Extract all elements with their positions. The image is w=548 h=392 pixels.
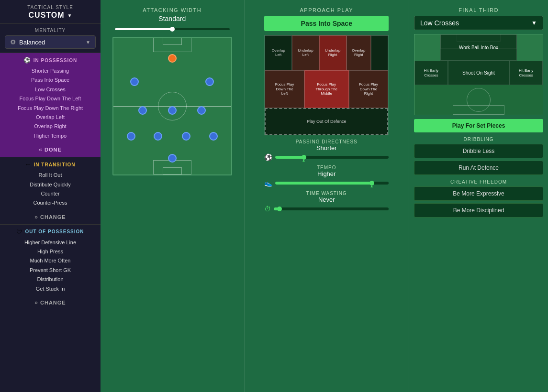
tempo-value: Higher (317, 170, 336, 177)
tactical-style-label: TACTICAL STYLE (0, 5, 101, 10)
list-item: Overlap Right (0, 122, 101, 131)
list-item: Distribution (0, 275, 101, 284)
tactical-style-value: CUSTOM (29, 11, 65, 20)
passing-directness-title: PASSING DIRECTNESS (296, 139, 358, 144)
list-item: Pass Into Space (0, 76, 101, 85)
approach-selected-button[interactable]: Pass Into Space (264, 16, 389, 31)
player-att-2 (205, 77, 214, 86)
time-wasting-title: TIME WASTING (306, 191, 347, 196)
out-of-possession-change-button[interactable]: » CHANGE (0, 296, 101, 310)
shoot-on-sight-label: Shoot On Sight (462, 70, 495, 76)
focus-play-right-zone[interactable]: Focus PlayDown TheRight (349, 70, 389, 108)
overlap-right-zone[interactable]: OverlapRight (347, 35, 371, 70)
dribble-less-button[interactable]: Dribble Less (414, 144, 543, 158)
run-at-defence-button[interactable]: Run At Defence (414, 161, 543, 175)
mentality-arrow-icon: ▼ (86, 40, 90, 45)
play-out-of-defence-zone[interactable]: Play Out Of Defence (265, 108, 388, 135)
final-third-title: FINAL THIRD (459, 7, 499, 13)
list-item: Higher Defensive Line (0, 238, 101, 247)
player-def-3 (182, 132, 190, 141)
attacking-width-slider[interactable] (115, 26, 230, 32)
list-item: Counter (0, 189, 101, 198)
list-item: Focus Play Down The Right (0, 104, 101, 113)
time-wasting-section: TIME WASTING Never ⏱ (264, 191, 389, 213)
list-item: High Press (0, 247, 101, 256)
focus-play-left-zone[interactable]: Focus PlayDown TheLeft (265, 70, 304, 108)
out-of-possession-section: 🛡 OUT OF POSSESSION Higher Defensive Lin… (0, 225, 101, 310)
list-item: Much More Often (0, 256, 101, 265)
out-of-possession-change-label: CHANGE (40, 300, 66, 305)
player-mid-2 (168, 106, 177, 115)
tempo-slider[interactable]: ▲ (275, 182, 389, 185)
formation-pitch (112, 37, 232, 175)
tempo-title: TEMPO (317, 165, 336, 170)
mentality-dropdown[interactable]: ⚙ Balanced ▼ (5, 35, 96, 49)
player-gk (168, 154, 177, 163)
focus-play-middle-zone[interactable]: Focus PlayThrough TheMiddle (304, 70, 349, 108)
hit-early-crosses-right-label: Hit EarlyCrosses (519, 68, 533, 77)
in-transition-section: ↔ IN TRANSITION Roll It Out Distribute Q… (0, 157, 101, 225)
time-wasting-value: Never (318, 196, 335, 203)
final-third-pitch: Work Ball Into Box Hit EarlyCrosses Shoo… (414, 34, 543, 115)
hit-early-crosses-left-zone[interactable]: Hit EarlyCrosses (414, 61, 448, 85)
player-def-1 (127, 132, 135, 141)
hit-early-crosses-right-zone[interactable]: Hit EarlyCrosses (509, 61, 543, 85)
passing-directness-slider[interactable]: ▲ (275, 156, 389, 159)
sidebar: TACTICAL STYLE CUSTOM ▼ MENTALITY ⚙ Bala… (0, 0, 101, 392)
list-item: Overlap Left (0, 113, 101, 122)
mentality-section: MENTALITY ⚙ Balanced ▼ (0, 24, 101, 53)
list-item: Get Stuck In (0, 284, 101, 294)
attacking-width-value: Standard (158, 15, 186, 22)
tempo-icon: 👟 (264, 179, 272, 187)
hit-early-crosses-left-label: Hit EarlyCrosses (424, 68, 438, 77)
mentality-icon: ⚙ (10, 38, 16, 46)
list-item: Distribute Quickly (0, 180, 101, 189)
passing-directness-icon: ⚽ (264, 153, 272, 161)
player-mid-1 (138, 106, 147, 115)
final-third-dropdown[interactable]: Low Crosses ▼ (414, 16, 543, 30)
passing-directness-section: PASSING DIRECTNESS Shorter ⚽ ▲ (264, 139, 389, 161)
be-more-disciplined-button[interactable]: Be More Disciplined (414, 203, 543, 218)
list-item: Focus Play Down The Left (0, 94, 101, 103)
work-ball-into-box-label: Work Ball Into Box (459, 45, 498, 51)
done-label: DONE (45, 147, 62, 152)
out-of-possession-items: Higher Defensive Line High Press Much Mo… (0, 237, 101, 296)
shoot-on-sight-zone[interactable]: Shoot On Sight (448, 61, 510, 85)
in-transition-change-button[interactable]: » CHANGE (0, 211, 101, 224)
final-third-dropdown-arrow-icon: ▼ (531, 20, 537, 26)
done-button[interactable]: « DONE (0, 143, 101, 157)
approach-pitch: OverlapLeft UnderlapLeft UnderlapRight O… (264, 35, 389, 135)
player-mid-3 (197, 106, 206, 115)
mentality-value: Balanced (19, 39, 45, 46)
passing-directness-value: Shorter (316, 144, 337, 152)
done-arrows-icon: « (39, 146, 42, 153)
tactical-style-dropdown-arrow[interactable]: ▼ (67, 13, 72, 18)
main-content: ATTACKING WIDTH Standard (101, 0, 548, 392)
dribbling-title: DRIBBLING (464, 137, 494, 142)
list-item: Low Crosses (0, 85, 101, 94)
change-arrows-icon-2: » (34, 299, 38, 306)
overlap-right-far-zone (371, 35, 388, 70)
in-transition-items: Roll It Out Distribute Quickly Counter C… (0, 170, 101, 211)
time-wasting-icon: ⏱ (264, 205, 271, 213)
out-of-possession-title: OUT OF POSSESSION (25, 229, 84, 234)
formation-column: ATTACKING WIDTH Standard (101, 0, 244, 392)
approach-play-column: APPROACH PLAY Pass Into Space OverlapLef… (244, 0, 409, 392)
creative-freedom-title: CREATIVE FREEDOM (450, 179, 507, 185)
in-possession-items: Shorter Passing Pass Into Space Low Cros… (0, 65, 101, 143)
overlap-left-zone[interactable]: OverlapLeft (265, 35, 292, 70)
be-more-expressive-button[interactable]: Be More Expressive (414, 186, 543, 201)
player-striker (168, 54, 177, 63)
work-ball-into-box-zone[interactable]: Work Ball Into Box (440, 34, 517, 61)
list-item: Roll It Out (0, 171, 101, 180)
time-wasting-slider[interactable] (274, 207, 389, 210)
final-third-dropdown-value: Low Crosses (420, 19, 459, 27)
in-transition-title: IN TRANSITION (34, 162, 76, 167)
list-item: Counter-Press (0, 198, 101, 207)
tempo-section: TEMPO Higher 👟 ▲ (264, 165, 389, 187)
play-for-set-pieces-button[interactable]: Play For Set Pieces (414, 119, 543, 132)
underlap-left-zone[interactable]: UnderlapLeft (292, 35, 319, 70)
mentality-label: MENTALITY (5, 28, 96, 33)
final-third-column: FINAL THIRD Low Crosses ▼ Work Ball Into… (409, 0, 548, 392)
underlap-right-zone[interactable]: UnderlapRight (319, 35, 347, 70)
